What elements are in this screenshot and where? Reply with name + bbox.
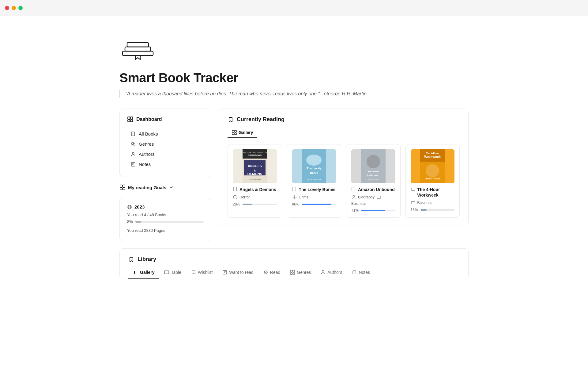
svg-rect-51 xyxy=(352,187,355,191)
lib-genres-label: Genres xyxy=(297,270,311,275)
book-icon-2 xyxy=(292,187,297,192)
svg-text:The Lovely: The Lovely xyxy=(307,167,321,170)
svg-point-47 xyxy=(367,155,380,168)
svg-rect-16 xyxy=(120,185,122,187)
sidebar-item-notes[interactable]: Notes xyxy=(127,159,204,169)
book-card-3: Amazon Unbound BRAD STONE Amazon Unbound xyxy=(346,144,401,218)
book-cover-img-4: The 4-Hour Workweek TIMOTHY FERRISS xyxy=(420,149,445,183)
lib-want-read-icon xyxy=(222,270,227,275)
svg-rect-5 xyxy=(128,120,130,122)
genre-icon-4 xyxy=(411,200,416,205)
lib-tab-authors[interactable]: Authors xyxy=(316,267,347,279)
lib-notes-icon xyxy=(352,270,357,275)
sidebar-item-all-books[interactable]: All Books xyxy=(127,129,204,139)
book-cover-2: The Lovely Bones ALICE SEBOLD xyxy=(292,149,336,183)
notes-label: Notes xyxy=(139,162,151,167)
progress-fill-3 xyxy=(361,210,385,211)
library-title: Library xyxy=(128,256,460,263)
svg-rect-72 xyxy=(293,273,295,274)
close-button[interactable] xyxy=(5,6,9,10)
titlebar xyxy=(0,0,588,16)
svg-rect-62 xyxy=(164,271,169,274)
lib-tab-read[interactable]: Read xyxy=(258,267,285,279)
svg-rect-2 xyxy=(127,43,149,47)
lib-tab-wishlist[interactable]: Wishlist xyxy=(186,267,217,279)
library-tabs: Gallery Table Wishlist xyxy=(128,267,460,279)
genre-icon-2 xyxy=(292,195,297,200)
book-icon xyxy=(131,132,136,136)
reading-tabs-row: Gallery xyxy=(228,128,460,138)
book-card-2: The Lovely Bones ALICE SEBOLD The Lovely… xyxy=(287,144,341,218)
svg-text:Amazon: Amazon xyxy=(368,170,379,173)
progress-pct-1: 28% xyxy=(233,202,240,206)
page-title: Smart Book Tracker xyxy=(119,71,469,85)
svg-rect-65 xyxy=(223,270,227,274)
genre-badge-3b: Business xyxy=(351,201,366,206)
reading-goals-header[interactable]: My reading Goals xyxy=(119,183,211,192)
currently-reading-title: Currently Reading xyxy=(228,116,460,123)
svg-rect-44 xyxy=(293,187,296,191)
progress-bar-4 xyxy=(420,209,454,211)
goals-card: 2023 You read 4 / 48 Books 8% You read 2… xyxy=(119,198,211,241)
svg-rect-1 xyxy=(125,47,151,51)
svg-point-52 xyxy=(353,195,355,197)
book-genre-row-3: Biography Business xyxy=(351,195,395,206)
svg-rect-19 xyxy=(123,188,125,190)
target-icon xyxy=(127,205,132,209)
lib-tab-gallery[interactable]: Gallery xyxy=(128,267,159,279)
svg-text:TIMOTHY FERRISS: TIMOTHY FERRISS xyxy=(425,178,440,180)
genre-badge-2: Crime xyxy=(299,195,309,199)
book-cover-1: NEW YORK TIMES BESTSELLER DAN BROWN ANGE… xyxy=(233,149,277,183)
book-card-4: The 4-Hour Workweek TIMOTHY FERRISS The … xyxy=(405,144,460,218)
books-grid: NEW YORK TIMES BESTSELLER DAN BROWN ANGE… xyxy=(228,144,460,218)
goals-icon xyxy=(119,184,126,190)
progress-pct-2: 86% xyxy=(292,202,300,206)
book-title-2: The Lovely Bones xyxy=(292,187,336,192)
pages-stat: You read 2830 Pages xyxy=(127,228,204,233)
book-progress-row-2: 86% xyxy=(292,202,336,206)
progress-percent: 8% xyxy=(127,219,133,224)
book-progress-row-1: 28% xyxy=(233,202,277,206)
book-genre-row-2: Crime xyxy=(292,195,336,200)
book-icon-1 xyxy=(233,187,238,192)
lib-tab-want-to-read[interactable]: Want to read xyxy=(217,267,258,279)
lib-tab-table[interactable]: Table xyxy=(159,267,186,279)
progress-fill-1 xyxy=(243,204,252,205)
lib-authors-label: Authors xyxy=(327,270,342,275)
gallery-tab-icon xyxy=(232,130,237,135)
svg-rect-4 xyxy=(130,117,133,119)
gallery-tab[interactable]: Gallery xyxy=(228,128,257,138)
svg-rect-18 xyxy=(120,188,122,190)
svg-rect-61 xyxy=(411,201,415,204)
book-genre-row-1: Horror xyxy=(233,195,277,200)
svg-rect-26 xyxy=(235,133,236,135)
svg-rect-3 xyxy=(128,117,130,119)
progress-fill-2 xyxy=(302,204,331,205)
authors-label: Authors xyxy=(139,151,155,157)
maximize-button[interactable] xyxy=(18,6,23,10)
lib-read-label: Read xyxy=(270,270,280,275)
bookmark-icon xyxy=(228,117,234,123)
gallery-tab-label: Gallery xyxy=(239,130,253,135)
svg-text:DEMONS: DEMONS xyxy=(247,172,262,176)
lib-tab-genres[interactable]: Genres xyxy=(285,267,316,279)
genres-label: Genres xyxy=(139,141,154,147)
genre-icon-1 xyxy=(233,195,238,200)
notes-icon xyxy=(131,162,136,167)
book-title-1: Angels & Demons xyxy=(233,187,277,192)
library-label: Library xyxy=(138,256,156,263)
book-title-3: Amazon Unbound xyxy=(351,187,395,192)
lib-tab-notes[interactable]: Notes xyxy=(347,267,375,279)
svg-text:ANGELS: ANGELS xyxy=(248,164,262,168)
lib-gallery-label: Gallery xyxy=(140,270,154,275)
all-books-label: All Books xyxy=(139,131,158,136)
sidebar-item-authors[interactable]: Authors xyxy=(127,149,204,159)
minimize-button[interactable] xyxy=(12,6,16,10)
quote-block: "A reader lives a thousand lives before … xyxy=(119,90,469,98)
library-bookmark-icon xyxy=(128,256,134,263)
svg-point-22 xyxy=(129,207,130,207)
svg-text:ALICE SEBOLD: ALICE SEBOLD xyxy=(307,178,321,180)
genre-badge-4: Business xyxy=(417,201,432,205)
sidebar-item-genres[interactable]: Genres xyxy=(127,139,204,149)
lib-table-icon xyxy=(164,270,169,275)
